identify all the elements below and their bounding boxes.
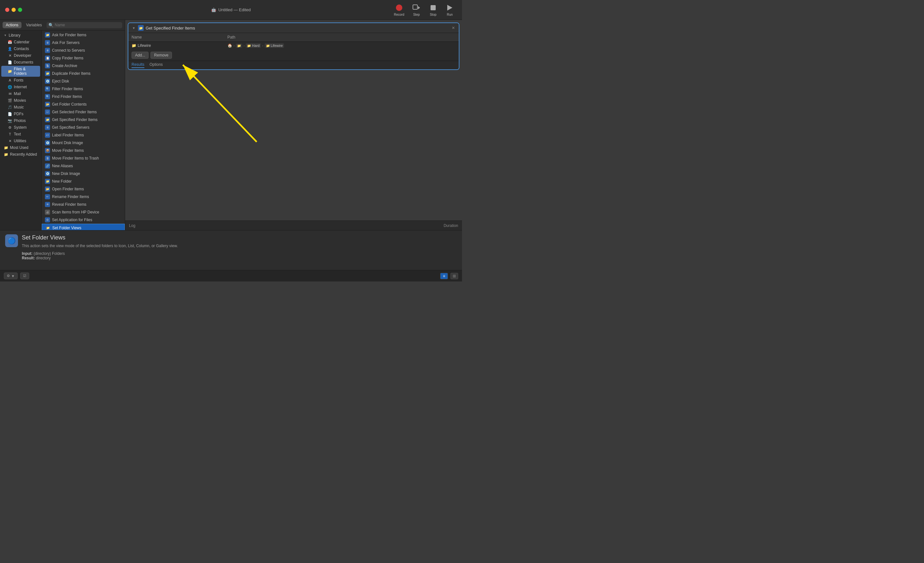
actions-list: 📁 Ask for Finder Items 🖥 Ask For Servers… <box>42 30 125 230</box>
action-item-move-finder-items[interactable]: 📦 Move Finder Items <box>42 147 125 155</box>
action-item-open-finder-items[interactable]: 📂 Open Finder Items <box>42 185 125 193</box>
record-button[interactable]: Record <box>392 2 407 18</box>
action-item-filter-finder-items[interactable]: 🔍 Filter Finder Items <box>42 85 125 93</box>
settings-button[interactable]: ⚙ ▼ <box>4 273 18 279</box>
log-bar: Log Duration <box>125 221 462 230</box>
tab-options[interactable]: Options <box>150 62 163 68</box>
action-label: Open Finder Items <box>52 187 84 191</box>
action-item-connect-to-servers[interactable]: 🖥 Connect to Servers <box>42 47 125 54</box>
remove-button[interactable]: Remove <box>150 52 172 59</box>
record-label: Record <box>394 13 404 17</box>
action-icon: 📂 <box>45 102 50 107</box>
stop-label: Stop <box>430 13 436 17</box>
action-item-ask-for-finder-items[interactable]: 📁 Ask for Finder Items <box>42 31 125 39</box>
tree-item-photos[interactable]: 📷 Photos <box>1 117 40 124</box>
action-block-tabs: Results Options <box>128 61 459 69</box>
tree-item-library[interactable]: ▼ Library <box>1 32 40 39</box>
fonts-icon: A <box>8 78 12 83</box>
action-item-eject-disk[interactable]: 💿 Eject Disk <box>42 77 125 85</box>
action-icon: 📁 <box>45 32 50 38</box>
block-close-button[interactable]: ✕ <box>451 26 456 30</box>
internet-icon: 🌐 <box>8 85 12 89</box>
tree-item-contacts[interactable]: 👤 Contacts <box>1 46 40 52</box>
action-label: Rename Finder Items <box>52 195 89 199</box>
collapse-button[interactable]: ▼ <box>132 26 136 30</box>
action-item-new-folder[interactable]: 📁 New Folder <box>42 177 125 185</box>
table-row[interactable]: 📁 Lifewire 🏠 › 📁 › <box>128 42 459 50</box>
action-item-set-application-for-files[interactable]: ⚙ Set Application for Files <box>42 216 125 224</box>
action-item-create-archive[interactable]: 🗜 Create Archive <box>42 62 125 70</box>
action-label: Get Specified Finder Items <box>52 117 98 122</box>
tree-item-system[interactable]: ⚙ System <box>1 124 40 131</box>
tree-item-developer[interactable]: ✕ Developer <box>1 52 40 59</box>
stop-icon <box>429 3 438 12</box>
minimize-button[interactable] <box>12 8 16 12</box>
close-button[interactable] <box>5 8 9 12</box>
action-item-ask-for-servers[interactable]: 🖥 Ask For Servers <box>42 39 125 47</box>
window-controls[interactable] <box>5 8 22 12</box>
action-label: Set Folder Views <box>52 226 81 230</box>
action-icon: ☑ <box>45 110 50 115</box>
checkbox-icon: ☑ <box>23 274 26 278</box>
action-item-get-folder-contents[interactable]: 📂 Get Folder Contents <box>42 101 125 108</box>
tree-item-fonts[interactable]: A Fonts <box>1 77 40 83</box>
action-item-scan-items-hp[interactable]: 🖨 Scan Items from HP Device <box>42 208 125 216</box>
grid-icon: ⊞ <box>453 274 456 278</box>
action-item-set-folder-views[interactable]: 📁 Set Folder Views <box>42 224 125 230</box>
action-item-reveal-finder-items[interactable]: 👁 Reveal Finder Items <box>42 201 125 208</box>
path-sep-2: › <box>243 44 244 48</box>
action-item-duplicate-finder-items[interactable]: 📁 Duplicate Finder Items <box>42 70 125 77</box>
action-item-label-finder-items[interactable]: 🏷 Label Finder Items <box>42 131 125 139</box>
list-view-button[interactable]: ≡ <box>440 273 448 279</box>
tab-variables[interactable]: Variables <box>23 22 45 28</box>
tree-item-files[interactable]: 📁 Files & Folders <box>1 66 40 77</box>
path-home-icon: 🏠 <box>228 44 232 48</box>
grid-view-button[interactable]: ⊞ <box>450 273 458 279</box>
action-icon: 📂 <box>45 186 50 192</box>
tab-actions[interactable]: Actions <box>3 22 21 28</box>
content-area: ▼ 📁 Get Specified Finder Items ✕ Name Pa… <box>125 20 462 230</box>
tree-item-calendar[interactable]: 📅 Calendar <box>1 39 40 45</box>
action-item-move-finder-items-trash[interactable]: 🗑 Move Finder Items to Trash <box>42 155 125 162</box>
tree-item-mail[interactable]: ✉ Mail <box>1 90 40 97</box>
tree-item-text[interactable]: T Text <box>1 131 40 137</box>
action-item-rename-finder-items[interactable]: ✏ Rename Finder Items <box>42 193 125 201</box>
action-icon: 🏷 <box>45 132 50 138</box>
tab-results[interactable]: Results <box>132 62 144 68</box>
step-button[interactable]: Step <box>410 2 423 18</box>
footer-left: ⚙ ▼ ☑ <box>4 273 29 279</box>
tree-item-movies[interactable]: 🎬 Movies <box>1 97 40 104</box>
action-icon: 🖨 <box>45 210 50 215</box>
search-input[interactable] <box>55 23 121 27</box>
tree-item-recently-added[interactable]: 📁 Recently Added <box>1 151 40 158</box>
action-item-get-specified-finder-items[interactable]: 📁 Get Specified Finder Items <box>42 116 125 123</box>
action-item-get-selected-finder-items[interactable]: ☑ Get Selected Finder Items <box>42 108 125 116</box>
action-item-new-aliases[interactable]: 🔗 New Aliases <box>42 162 125 170</box>
search-box[interactable]: 🔍 <box>46 22 123 28</box>
checkbox-button[interactable]: ☑ <box>20 273 29 279</box>
tree-item-music[interactable]: 🎵 Music <box>1 104 40 110</box>
photos-icon: 📷 <box>8 119 12 123</box>
tree-item-internet[interactable]: 🌐 Internet <box>1 84 40 90</box>
action-item-get-specified-servers[interactable]: 🖥 Get Specified Servers <box>42 123 125 131</box>
action-label: Set Application for Files <box>52 218 92 222</box>
tree-item-utilities[interactable]: ✕ Utilities <box>1 138 40 144</box>
run-button[interactable]: Run <box>443 2 457 18</box>
tree-item-label: Files & Folders <box>14 67 38 76</box>
action-icon: 💿 <box>45 79 50 84</box>
maximize-button[interactable] <box>18 8 22 12</box>
action-item-mount-disk-image[interactable]: 💿 Mount Disk Image <box>42 139 125 147</box>
sidebar: Actions Variables 🔍 ▼ Library 📅 Calendar <box>0 20 125 230</box>
tree-item-most-used[interactable]: 📁 Most Used <box>1 144 40 151</box>
action-item-new-disk-image[interactable]: 💿 New Disk Image <box>42 170 125 177</box>
tree-item-pdfs[interactable]: 📄 PDFs <box>1 111 40 117</box>
action-item-find-finder-items[interactable]: 🔍 Find Finder Items <box>42 93 125 101</box>
tree-item-documents[interactable]: 📄 Documents <box>1 59 40 66</box>
row-name: 📁 Lifewire <box>128 42 224 50</box>
stop-button[interactable]: Stop <box>426 2 440 18</box>
title-icon: 🤖 <box>211 8 216 12</box>
add-button[interactable]: Add... <box>132 52 148 59</box>
action-label: Get Selected Finder Items <box>52 110 97 114</box>
col-path: Path <box>224 33 459 42</box>
action-item-copy-finder-items[interactable]: 📋 Copy Finder Items <box>42 54 125 62</box>
